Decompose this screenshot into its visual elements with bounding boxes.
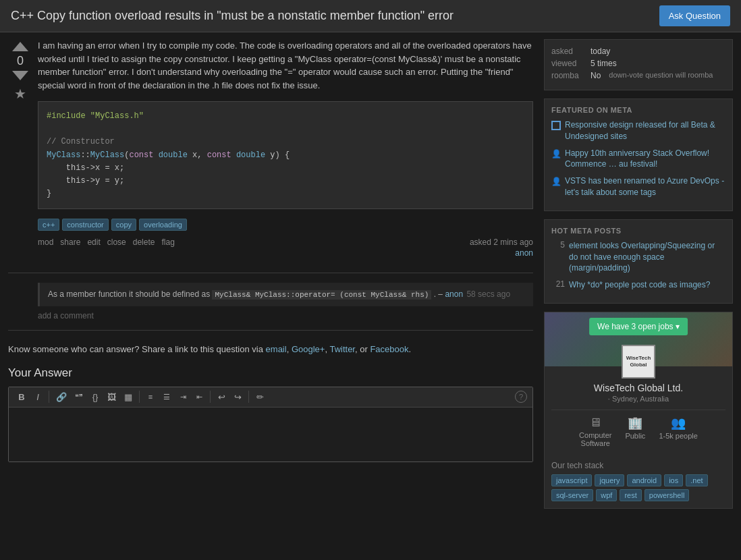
- roomba-value: No: [591, 71, 601, 80]
- tech-tag-javascript[interactable]: javascript: [551, 474, 592, 486]
- vote-column: 0 ★: [8, 39, 32, 263]
- vote-down-button[interactable]: [12, 71, 28, 80]
- tech-tag-sql-server[interactable]: sql-server: [551, 489, 593, 501]
- redo-button[interactable]: ↪: [230, 390, 245, 404]
- hot-meta-link-2[interactable]: Why *do* people post code as images?: [569, 279, 710, 291]
- asked-time: 2 mins ago: [493, 237, 533, 247]
- tag-overloading[interactable]: overloading: [139, 219, 187, 231]
- code-block: #include "MyClass.h" // Constructor MyCl…: [38, 101, 533, 209]
- italic-button[interactable]: I: [30, 390, 45, 404]
- asked-value: today: [591, 47, 610, 56]
- ul-button[interactable]: ☰: [159, 391, 174, 403]
- outdent-button[interactable]: ⇤: [192, 391, 207, 403]
- favorite-star-icon[interactable]: ★: [14, 86, 26, 102]
- divider-1: [8, 273, 533, 273]
- company-card: We have 3 open jobs ▾ WiseTechGlobal Wis…: [544, 312, 733, 509]
- asked-info: asked 2 mins ago: [470, 237, 533, 247]
- share-email-link[interactable]: email: [266, 344, 287, 354]
- mod-link[interactable]: mod: [38, 237, 53, 247]
- delete-link[interactable]: delete: [133, 237, 155, 247]
- divider-2: [8, 330, 533, 331]
- your-answer-title: Your Answer: [8, 366, 533, 380]
- featured-link-2[interactable]: Happy 10th anniversary Stack Overflow! C…: [565, 148, 725, 171]
- indent-button[interactable]: ⇥: [175, 391, 190, 403]
- featured-item-1: Responsive design released for all Beta …: [551, 119, 725, 142]
- asked-label: asked: [470, 237, 491, 247]
- answer-text-area[interactable]: [9, 408, 532, 461]
- roomba-text: down-vote question will roomba: [609, 71, 713, 80]
- share-google-link[interactable]: Google+: [292, 344, 325, 354]
- quote-button[interactable]: ❝❞: [72, 391, 86, 403]
- main-layout: 0 ★ I am having an error when I try to c…: [0, 32, 741, 524]
- toolbar-sep-4: [248, 391, 249, 403]
- featured-user-icon-2: 👤: [551, 149, 561, 159]
- question-body: 0 ★ I am having an error when I try to c…: [8, 39, 533, 263]
- tech-tag-ios[interactable]: ios: [664, 474, 683, 486]
- company-stat-software: 🖥 ComputerSoftware: [579, 416, 611, 447]
- tech-tag-rest[interactable]: rest: [620, 489, 641, 501]
- image-button[interactable]: 🖼: [104, 390, 119, 404]
- viewed-row: viewed 5 times: [551, 59, 725, 68]
- code-line-1: #include "MyClass.h": [47, 111, 144, 121]
- hot-meta-count-1: 5: [551, 240, 565, 250]
- company-stat-people: 👥 1-5k people: [659, 416, 698, 447]
- share-link[interactable]: share: [60, 237, 80, 247]
- asker-name[interactable]: anon: [515, 248, 533, 258]
- link-button[interactable]: 🔗: [53, 390, 70, 404]
- stat-software-label: ComputerSoftware: [579, 431, 611, 447]
- asked-row: asked today: [551, 47, 725, 56]
- comment-section: As a member function it should be define…: [8, 283, 533, 320]
- hot-meta-count-2: 21: [551, 279, 565, 289]
- hot-meta-link-1[interactable]: element looks Overlapping/Squeezing or d…: [569, 240, 725, 274]
- comment-author[interactable]: anon: [445, 289, 463, 299]
- comment-text-before: As a member function it should be define…: [48, 289, 210, 299]
- hot-meta-section: HOT META POSTS 5 element looks Overlappi…: [544, 219, 733, 304]
- code-button[interactable]: {}: [88, 390, 103, 404]
- tech-tag-dotnet[interactable]: .net: [686, 474, 707, 486]
- featured-link-1[interactable]: Responsive design released for all Beta …: [565, 119, 725, 142]
- toolbar-sep-3: [210, 391, 211, 403]
- share-twitter-link[interactable]: Twitter: [329, 344, 355, 354]
- add-comment-link[interactable]: add a comment: [38, 311, 94, 320]
- company-location: · Sydney, Australia: [551, 395, 725, 403]
- tech-tags: javascript jquery android ios .net sql-s…: [545, 474, 732, 508]
- undo-button[interactable]: ↩: [214, 390, 229, 404]
- flag-link[interactable]: flag: [161, 237, 174, 247]
- tag-cpp[interactable]: c++: [38, 219, 59, 231]
- share-text-before: Know someone who can answer? Share a lin…: [8, 344, 263, 354]
- featured-link-3[interactable]: VSTS has been renamed to Azure DevOps - …: [565, 175, 725, 198]
- share-facebook-link[interactable]: Facebook: [370, 344, 408, 354]
- action-bar: mod share edit close delete flag asked 2…: [38, 237, 533, 247]
- stat-public-label: Public: [625, 432, 645, 440]
- jobs-button[interactable]: We have 3 open jobs ▾: [589, 318, 688, 335]
- table-button[interactable]: ▦: [121, 390, 136, 404]
- company-stats: 🖥 ComputerSoftware 🏢 Public 👥 1-5k peopl…: [551, 410, 725, 447]
- comment-item: As a member function it should be define…: [38, 283, 533, 306]
- tech-tag-android[interactable]: android: [627, 474, 661, 486]
- featured-item-2: 👤 Happy 10th anniversary Stack Overflow!…: [551, 148, 725, 171]
- ask-question-button[interactable]: Ask Question: [659, 5, 730, 26]
- editor-toolbar: B I 🔗 ❝❞ {} 🖼 ▦ ≡ ☰ ⇥ ⇤ ↩ ↪ ✏ ?: [9, 387, 532, 408]
- edit-link[interactable]: edit: [87, 237, 100, 247]
- share-section: Know someone who can answer? Share a lin…: [8, 343, 533, 357]
- vote-up-button[interactable]: [12, 42, 28, 51]
- bold-button[interactable]: B: [14, 390, 29, 404]
- code-line-4: this->x = x;: [47, 163, 124, 173]
- edit-mode-button[interactable]: ✏: [252, 390, 267, 404]
- ol-button[interactable]: ≡: [143, 391, 158, 403]
- close-link[interactable]: close: [107, 237, 126, 247]
- tech-tag-wpf[interactable]: wpf: [596, 489, 617, 501]
- editor-help-icon[interactable]: ?: [515, 391, 527, 403]
- tech-tag-powershell[interactable]: powershell: [644, 489, 690, 501]
- tech-tag-jquery[interactable]: jquery: [595, 474, 624, 486]
- tag-copy[interactable]: copy: [111, 219, 136, 231]
- question-text: I am having an error when I try to compi…: [38, 39, 533, 92]
- code-line-2: // Constructor: [47, 137, 115, 146]
- company-name[interactable]: WiseTech Global Ltd.: [551, 383, 725, 393]
- question-column: 0 ★ I am having an error when I try to c…: [8, 39, 533, 517]
- company-logo-text: WiseTechGlobal: [626, 355, 651, 368]
- toolbar-sep-1: [49, 391, 49, 403]
- question-stats-section: asked today viewed 5 times roomba No dow…: [544, 39, 733, 90]
- tag-constructor[interactable]: constructor: [62, 219, 108, 231]
- featured-meta-section: FEATURED ON META Responsive design relea…: [544, 99, 733, 211]
